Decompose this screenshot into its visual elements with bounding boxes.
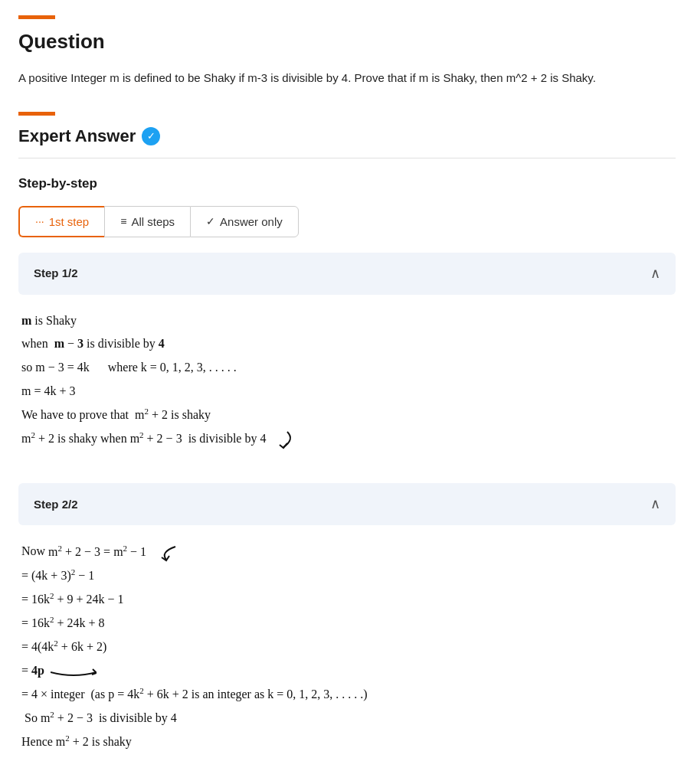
section-divider — [18, 158, 676, 158]
step-1-content: m is Shaky when m − 3 is divisible by 4 … — [18, 295, 676, 472]
check-icon: ✓ — [206, 215, 215, 227]
step-2-label: Step 2/2 — [34, 496, 78, 514]
tab-1st-step-label: 1st step — [49, 215, 90, 228]
step-2-chevron-icon: ∧ — [650, 494, 660, 514]
tab-all-steps[interactable]: ≡ All steps — [104, 206, 190, 237]
step1-line2: when m − 3 is divisible by 4 — [21, 333, 673, 355]
step2-line2: = (4k + 3)2 − 1 — [21, 565, 673, 587]
list-icon: ≡ — [120, 215, 126, 227]
dots-icon: ··· — [35, 215, 44, 227]
step2-line4: = 16k2 + 24k + 8 — [21, 612, 673, 635]
question-title: Question — [18, 27, 676, 57]
tab-answer-only[interactable]: ✓ Answer only — [190, 206, 299, 237]
step1-line5: We have to prove that m2 + 2 is shaky — [21, 404, 673, 426]
step2-line6: = 4p — [21, 660, 673, 682]
step2-line9: Hence m2 + 2 is shaky — [21, 731, 673, 753]
step1-arrow-annotation — [272, 428, 303, 451]
step1-line6: m2 + 2 is shaky when m2 + 2 − 3 is divis… — [21, 428, 673, 452]
answer-orange-bar — [18, 112, 55, 116]
step2-arrow1-annotation — [152, 543, 180, 563]
question-text: A positive Integer m is defined to be Sh… — [18, 69, 676, 87]
step2-line7: = 4 × integer (as p = 4k2 + 6k + 2 is an… — [21, 684, 673, 706]
step-1-chevron-icon: ∧ — [650, 263, 660, 284]
step1-line3: so m − 3 = 4k where k = 0, 1, 2, 3, . . … — [21, 357, 673, 379]
question-orange-bar — [18, 15, 55, 19]
step-2-section: Step 2/2 ∧ Now m2 + 2 − 3 = m2 − 1 = (4k… — [18, 483, 676, 773]
step2-line5: = 4(4k2 + 6k + 2) — [21, 636, 673, 658]
step-2-content: Now m2 + 2 − 3 = m2 − 1 = (4k + 3)2 − 1 … — [18, 525, 676, 773]
question-section: Question A positive Integer m is defined… — [18, 15, 676, 87]
tab-1st-step[interactable]: ··· 1st step — [18, 206, 104, 237]
verified-badge-icon: ✓ — [142, 127, 160, 145]
tab-all-steps-label: All steps — [131, 215, 175, 228]
step1-line4: m = 4k + 3 — [21, 381, 673, 403]
step1-line1: m is Shaky — [21, 310, 673, 332]
expert-answer-title: Expert Answer — [18, 123, 136, 149]
step-1-header[interactable]: Step 1/2 ∧ — [18, 253, 676, 295]
step-1-section: Step 1/2 ∧ m is Shaky when m − 3 is divi… — [18, 253, 676, 472]
step-by-step-label: Step-by-step — [18, 174, 676, 194]
tabs-row: ··· 1st step ≡ All steps ✓ Answer only — [18, 206, 676, 237]
step2-line8: So m2 + 2 − 3 is divisible by 4 — [21, 707, 673, 730]
tab-answer-only-label: Answer only — [220, 215, 283, 228]
step-1-label: Step 1/2 — [34, 265, 78, 283]
step-2-header[interactable]: Step 2/2 ∧ — [18, 483, 676, 525]
expert-answer-section: Expert Answer ✓ Step-by-step ··· 1st ste… — [18, 112, 676, 773]
step2-underline-annotation — [51, 665, 97, 678]
step2-line3: = 16k2 + 9 + 24k − 1 — [21, 589, 673, 611]
step2-line1: Now m2 + 2 − 3 = m2 − 1 — [21, 541, 673, 563]
expert-answer-header: Expert Answer ✓ — [18, 123, 676, 149]
